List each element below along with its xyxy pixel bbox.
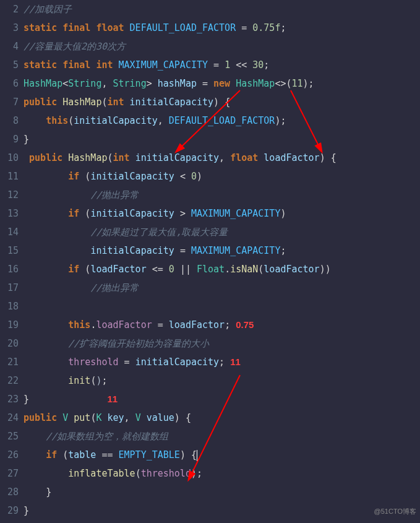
code-line: //如果数组为空，就创建数组 xyxy=(24,427,420,446)
line-number: 16 xyxy=(0,260,19,279)
code-line: if (initialCapacity < 0) xyxy=(24,167,420,186)
token-op: < xyxy=(180,171,186,182)
token-punct: ( xyxy=(258,264,264,275)
line-number: 15 xyxy=(0,241,19,260)
token-punct: , xyxy=(219,152,225,163)
token-punct: ) xyxy=(325,264,331,275)
code-line: initialCapacity = MAXIMUM_CAPACITY; xyxy=(24,241,420,260)
code-line: //如果超过了最大值,取最大容量 xyxy=(24,223,420,241)
line-number: 12 xyxy=(0,186,19,204)
token-punct: ) xyxy=(197,171,202,182)
code-line: //扩容阈值开始初始为容量的大小 xyxy=(24,334,420,353)
token-field: threshold xyxy=(68,357,118,368)
token-var: initialCapacity xyxy=(90,245,174,256)
token-var: table xyxy=(68,449,96,460)
token-punct: < xyxy=(62,78,68,89)
token-const: MAXIMUM_CAPACITY xyxy=(119,59,208,71)
token-num: 30 xyxy=(252,59,264,71)
token-kw: if xyxy=(68,171,79,182)
code-line: //加载因子 xyxy=(24,0,420,19)
line-number: 17 xyxy=(0,279,19,297)
token-punct: , xyxy=(101,78,107,89)
token-field: loadFactor xyxy=(96,319,152,331)
token-const: DEFAULT_LOAD_FACTOR xyxy=(130,22,236,33)
token-var: loadFactor xyxy=(264,152,319,163)
token-punct: ; xyxy=(219,357,225,368)
token-punct: ; xyxy=(280,245,286,256)
text-cursor xyxy=(197,450,197,461)
token-kw: public xyxy=(24,412,57,423)
line-number: 26 xyxy=(0,446,19,464)
code-line: } xyxy=(24,130,420,149)
line-number: 25 xyxy=(0,427,19,446)
token-cmt: //抛出异常 xyxy=(90,282,139,293)
token-punct: , xyxy=(124,412,130,423)
code-line: //抛出异常 xyxy=(24,279,420,297)
line-number: 28 xyxy=(0,483,19,501)
code-line: if (initialCapacity > MAXIMUM_CAPACITY) xyxy=(24,204,420,223)
token-punct: ( xyxy=(135,468,141,479)
gutter: 2345678910111213141516171819202122232425… xyxy=(0,0,24,520)
token-kw: int xyxy=(96,59,113,71)
line-number: 21 xyxy=(0,353,19,371)
line-number: 5 xyxy=(0,56,19,74)
code-line: //容量最大值2的30次方 xyxy=(24,37,420,56)
line-number: 13 xyxy=(0,204,19,223)
token-op: = xyxy=(158,319,163,331)
token-punct: ) xyxy=(320,152,325,163)
token-kw: float xyxy=(230,152,258,163)
line-number: 22 xyxy=(0,371,19,390)
token-op: = xyxy=(124,357,130,368)
code-line: public V put(K key, V value) { xyxy=(24,408,420,427)
token-kw: int xyxy=(113,152,130,163)
token-cmt: //容量最大值2的30次方 xyxy=(24,41,126,52)
token-kw: final xyxy=(62,22,90,33)
token-var: loadFactor xyxy=(90,264,146,275)
token-punct: { xyxy=(331,152,336,163)
token-method: put xyxy=(74,412,90,423)
token-punct: } xyxy=(24,134,29,145)
code-line: } xyxy=(24,501,420,520)
code-line: } 11 xyxy=(24,390,420,408)
code-line: static final int MAXIMUM_CAPACITY = 1 <<… xyxy=(24,56,420,74)
token-const: DEFAULT_LOAD_FACTOR xyxy=(169,115,275,126)
code-block: 2345678910111213141516171819202122232425… xyxy=(0,0,420,520)
token-punct: ) xyxy=(174,412,180,423)
line-number: 6 xyxy=(0,74,19,93)
token-op: = xyxy=(241,22,247,33)
code-line xyxy=(24,297,420,316)
line-number: 3 xyxy=(0,19,19,37)
token-punct: { xyxy=(191,449,197,460)
token-punct: { xyxy=(225,97,230,108)
code-line: static final float DEFAULT_LOAD_FACTOR =… xyxy=(24,19,420,37)
token-ann-red: 11 xyxy=(230,357,241,367)
token-kw: public xyxy=(29,152,62,163)
token-cls: K xyxy=(96,412,101,423)
token-method: HashMap xyxy=(68,152,107,163)
token-punct: { xyxy=(186,412,191,423)
token-var: loadFactor xyxy=(264,264,319,275)
token-punct: } xyxy=(24,505,29,516)
token-punct: ) xyxy=(180,449,186,460)
token-var: initialCapacity xyxy=(90,208,174,219)
line-number: 7 xyxy=(0,93,19,111)
token-method: HashMap xyxy=(62,97,101,108)
token-op: || xyxy=(180,264,191,275)
line-number: 8 xyxy=(0,111,19,130)
token-cls: V xyxy=(62,412,68,423)
token-cls: Float xyxy=(197,264,225,275)
line-number: 18 xyxy=(0,297,19,316)
token-const: MAXIMUM_CAPACITY xyxy=(191,245,281,256)
token-punct: } xyxy=(46,486,51,498)
token-op: <= xyxy=(152,264,163,275)
token-cls: V xyxy=(135,412,141,423)
code-line: if (table == EMPTY_TABLE) { xyxy=(24,446,420,464)
line-number: 11 xyxy=(0,167,19,186)
token-cls: HashMap xyxy=(236,78,275,89)
token-cmt: //抛出异常 xyxy=(90,189,139,201)
token-var: initialCapacity xyxy=(74,115,157,126)
token-kw: if xyxy=(68,208,79,219)
token-kw: int xyxy=(107,97,124,108)
token-punct: ) xyxy=(280,208,286,219)
token-op: = xyxy=(180,245,186,256)
